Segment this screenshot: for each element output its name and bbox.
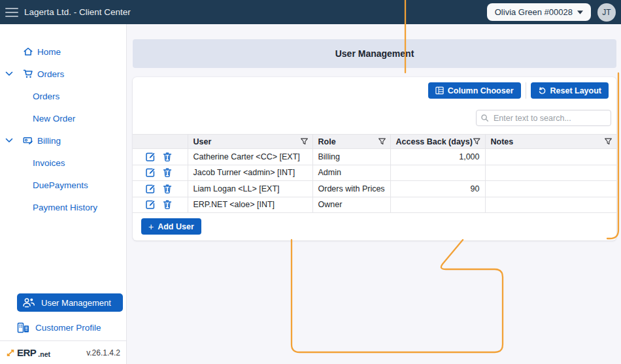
user-cell: Catherine Carter <CC> [EXT] [188, 149, 312, 165]
notes-cell [485, 149, 616, 165]
search-icon [480, 114, 489, 122]
delete-row-icon[interactable] [162, 199, 173, 210]
erp-net-logo: ERP.net [6, 347, 50, 358]
sidebar: Home Orders Orders New Order Billing Inv… [0, 24, 127, 364]
notes-column-header[interactable]: Notes [485, 135, 616, 149]
reset-layout-button[interactable]: Reset Layout [531, 82, 609, 99]
delete-row-icon[interactable] [162, 184, 173, 194]
filter-icon[interactable] [378, 137, 386, 146]
filter-icon[interactable] [473, 137, 481, 146]
sidebar-item-label: Invoices [33, 158, 65, 168]
toolbar-divider [526, 82, 526, 99]
chevron-down-icon[interactable] [5, 138, 13, 143]
users-table: User Role Access Back (days) Notes Cathe… [133, 134, 616, 213]
sidebar-item-home[interactable]: Home [0, 41, 126, 63]
sidebar-item-label: User Management [41, 298, 111, 308]
sidebar-item-customer-profile[interactable]: Customer Profile [17, 318, 101, 337]
version-label: v.26.1.4.2 [86, 348, 120, 357]
table-columns-icon [435, 86, 444, 95]
column-label: Notes [491, 137, 514, 146]
sidebar-item-payment-history[interactable]: Payment History [0, 196, 126, 218]
edit-row-icon[interactable] [145, 152, 156, 162]
add-user-button[interactable]: + Add User [141, 218, 201, 235]
app-title: Lagerta Ltd. - Client Center [24, 7, 131, 17]
grid-toolbar: Column Chooser Reset Layout [428, 82, 609, 99]
column-chooser-label: Column Chooser [448, 86, 514, 95]
filter-icon[interactable] [300, 137, 309, 146]
erp-logo-text: ERP [17, 347, 36, 358]
column-label: User [193, 137, 212, 146]
access-back-column-header[interactable]: Access Back (days) [390, 135, 485, 149]
building-icon [17, 322, 30, 333]
sidebar-item-label: Payment History [33, 203, 97, 212]
sidebar-item-orders[interactable]: Orders [0, 85, 126, 107]
access-cell: 90 [390, 181, 485, 197]
notes-cell [485, 197, 616, 213]
search-input[interactable] [476, 110, 611, 126]
edit-row-icon[interactable] [145, 184, 156, 194]
edit-row-icon[interactable] [145, 199, 156, 210]
delete-row-icon[interactable] [162, 152, 173, 162]
app-root: Lagerta Ltd. - Client Center Olivia Gree… [0, 0, 621, 364]
user-column-header[interactable]: User [188, 135, 312, 149]
column-label: Access Back (days) [396, 137, 473, 146]
table-header-row: User Role Access Back (days) Notes [133, 135, 616, 149]
sidebar-item-user-management[interactable]: User Management [17, 293, 123, 312]
billing-icon [23, 135, 33, 146]
erp-logo-suffix: .net [38, 350, 50, 358]
sidebar-item-label: Billing [37, 136, 61, 146]
sidebar-group-billing[interactable]: Billing [0, 129, 126, 152]
table-row: ERP.NET <aloe> [INT] Owner [133, 197, 616, 213]
notes-cell [485, 165, 616, 181]
column-chooser-button[interactable]: Column Chooser [428, 82, 521, 99]
chevron-down-icon[interactable] [5, 71, 13, 76]
table-row: Catherine Carter <CC> [EXT] Billing 1,00… [133, 149, 616, 165]
role-cell: Orders with Prices [312, 181, 390, 197]
erp-arrows-icon [6, 348, 15, 357]
sidebar-item-label: New Order [33, 114, 75, 124]
role-cell: Admin [312, 165, 390, 181]
sidebar-group-orders[interactable]: Orders [0, 63, 126, 85]
avatar[interactable]: JT [597, 3, 616, 22]
sidebar-item-label: Orders [37, 69, 64, 79]
role-cell: Owner [312, 197, 390, 213]
access-cell [390, 165, 485, 181]
sidebar-item-label: Customer Profile [35, 323, 101, 333]
reset-layout-label: Reset Layout [550, 86, 602, 95]
access-cell [390, 197, 485, 213]
account-selector-label: Olivia Green #00028 [495, 7, 573, 17]
add-user-label: Add User [158, 222, 194, 231]
sidebar-footer: ERP.net v.26.1.4.2 [0, 340, 126, 364]
sidebar-item-label: DuePayments [33, 180, 88, 190]
sidebar-item-label: Home [37, 47, 61, 57]
delete-row-icon[interactable] [162, 167, 173, 178]
column-label: Role [318, 137, 336, 146]
page-title: User Management [335, 48, 414, 59]
edit-row-icon[interactable] [145, 167, 156, 178]
home-icon [23, 46, 33, 57]
users-icon [22, 297, 36, 308]
sidebar-item-label: Orders [33, 91, 59, 101]
top-bar: Lagerta Ltd. - Client Center Olivia Gree… [0, 0, 621, 24]
cart-icon [23, 69, 33, 79]
page-title-bar: User Management [133, 39, 616, 68]
account-selector-button[interactable]: Olivia Green #00028 [487, 3, 591, 21]
table-row: Liam Logan <LL> [EXT] Orders with Prices… [133, 181, 616, 197]
sidebar-item-invoices[interactable]: Invoices [0, 152, 126, 174]
user-cell: ERP.NET <aloe> [INT] [188, 197, 312, 213]
user-cell: Jacob Turner <admin> [INT] [188, 165, 312, 181]
user-cell: Liam Logan <LL> [EXT] [188, 181, 312, 197]
annotation-callout-shape [292, 240, 503, 352]
plus-icon: + [148, 222, 154, 231]
search-box [476, 110, 611, 126]
caret-down-icon [577, 10, 583, 14]
hamburger-menu-icon[interactable] [5, 8, 18, 17]
undo-rotate-icon [538, 86, 546, 95]
table-row: Jacob Turner <admin> [INT] Admin [133, 165, 616, 181]
access-cell: 1,000 [390, 149, 485, 165]
sidebar-item-duepayments[interactable]: DuePayments [0, 174, 126, 196]
notes-cell [485, 181, 616, 197]
filter-icon[interactable] [604, 137, 613, 146]
role-column-header[interactable]: Role [312, 135, 390, 149]
sidebar-item-new-order[interactable]: New Order [0, 107, 126, 129]
